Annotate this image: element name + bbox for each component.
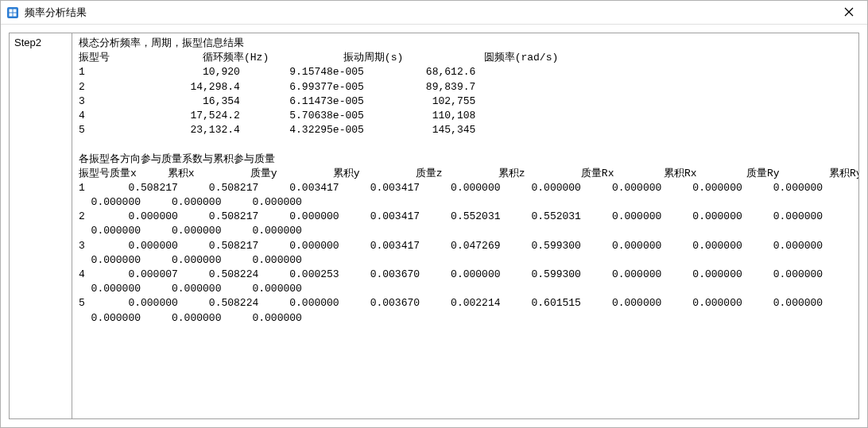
content-area: Step2 模态分析频率，周期，振型信息结果 振型号 循环频率(Hz) 振动周期…: [1, 25, 867, 427]
close-icon: [844, 6, 854, 20]
app-icon: [6, 6, 20, 20]
results-panel: 模态分析频率，周期，振型信息结果 振型号 循环频率(Hz) 振动周期(s) 圆频…: [72, 33, 859, 419]
step-panel: Step2: [9, 33, 72, 419]
dialog-window: 频率分析结果 Step2 模态分析频率，周期，振型信息结果 振型号 循环频率(H…: [0, 0, 868, 428]
step-label: Step2: [14, 37, 41, 48]
svg-rect-1: [10, 9, 13, 12]
window-title: 频率分析结果: [25, 6, 831, 20]
svg-rect-3: [10, 13, 13, 16]
svg-rect-2: [14, 9, 17, 12]
svg-rect-4: [14, 13, 17, 16]
titlebar: 频率分析结果: [1, 1, 867, 25]
svg-rect-0: [7, 7, 18, 18]
close-button[interactable]: [831, 1, 867, 25]
